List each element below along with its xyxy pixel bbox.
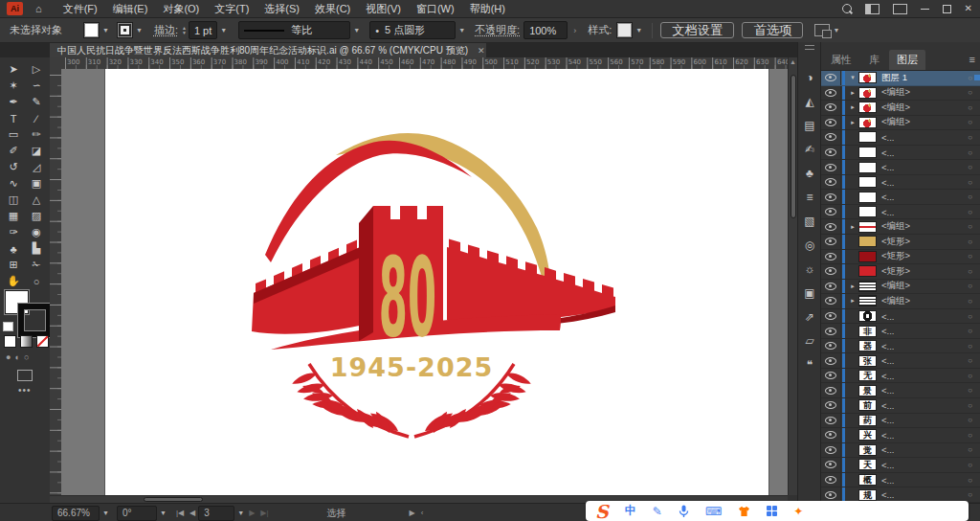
edit-toolbar-icon[interactable]: ••• xyxy=(18,385,32,396)
menu-item[interactable]: 效果(C) xyxy=(307,2,358,16)
hand-tool[interactable]: ✋ xyxy=(2,273,25,289)
layer-thumbnail[interactable]: 张 xyxy=(858,355,877,367)
layer-label[interactable]: <... xyxy=(881,460,894,470)
previous-artboard-icon[interactable]: ◀ xyxy=(189,509,195,517)
stroke-weight-caret[interactable]: ▼ xyxy=(220,27,227,34)
target-circle-icon[interactable]: ○ xyxy=(968,342,972,351)
expand-closed-icon[interactable]: ▸ xyxy=(847,223,858,231)
layer-thumbnail[interactable] xyxy=(858,295,877,306)
visibility-toggle-icon[interactable] xyxy=(825,461,836,468)
layer-row[interactable]: <矩形>○ xyxy=(821,264,980,280)
target-circle-icon[interactable]: ○ xyxy=(968,148,972,157)
ime-language-toggle[interactable]: 中 xyxy=(625,503,636,519)
transparency-icon[interactable]: ◎ xyxy=(798,235,821,256)
vertical-scroll-thumb[interactable] xyxy=(791,75,796,218)
visibility-toggle-icon[interactable] xyxy=(825,283,836,290)
stroke-stepper[interactable]: ▲▼ xyxy=(182,26,187,34)
layer-row[interactable]: ▸<编组>○ xyxy=(821,116,980,131)
layer-thumbnail[interactable] xyxy=(858,162,877,173)
layer-thumbnail[interactable] xyxy=(858,176,877,188)
menu-item[interactable]: 视图(V) xyxy=(358,2,409,16)
layer-row[interactable]: 非<...○ xyxy=(821,324,980,339)
menu-item[interactable]: 窗口(W) xyxy=(409,2,462,16)
rotation-caret[interactable]: ▼ xyxy=(160,510,167,516)
layer-label[interactable]: <... xyxy=(881,444,894,455)
menu-item[interactable]: 帮助(H) xyxy=(462,2,513,16)
tab-layers[interactable]: 图层 xyxy=(889,50,925,70)
swatches-icon[interactable]: ▤ xyxy=(798,115,821,136)
target-circle-icon[interactable]: ○ xyxy=(968,282,972,290)
layer-thumbnail[interactable] xyxy=(858,221,877,233)
layer-label[interactable]: <... xyxy=(881,385,894,396)
rectangle-tool[interactable]: ▭ xyxy=(2,126,25,143)
shaper-tool[interactable]: ✐ xyxy=(2,143,25,159)
artboard-caret[interactable]: ▼ xyxy=(237,510,244,516)
tab-properties[interactable]: 属性 xyxy=(823,50,859,70)
ime-handwriting-icon[interactable]: ✎ xyxy=(653,505,662,518)
status-menu-icon[interactable]: ▶ xyxy=(410,509,415,517)
illustrator-app-icon[interactable]: Ai xyxy=(7,2,23,15)
target-circle-icon[interactable]: ○ xyxy=(968,193,972,201)
search-icon[interactable] xyxy=(842,4,852,13)
layer-thumbnail[interactable]: 器 xyxy=(858,340,877,351)
target-circle-icon[interactable]: ○ xyxy=(968,431,972,440)
graphic-styles-icon[interactable]: ▣ xyxy=(798,283,821,304)
layer-thumbnail[interactable] xyxy=(858,102,877,113)
fill-dropdown-caret[interactable]: ▼ xyxy=(102,27,109,34)
layer-row[interactable]: ▸<编组>○ xyxy=(821,294,980,309)
visibility-toggle-icon[interactable] xyxy=(825,253,836,260)
target-circle-icon[interactable]: ○ xyxy=(968,416,972,424)
ime-keyboard-icon[interactable]: ⌨ xyxy=(705,505,722,518)
visibility-toggle-icon[interactable] xyxy=(825,148,836,156)
target-circle-icon[interactable]: ○ xyxy=(968,490,972,499)
symbols-icon[interactable]: ♣ xyxy=(798,163,821,184)
expand-open-icon[interactable]: ▾ xyxy=(847,74,858,81)
preferences-button[interactable]: 首选项 xyxy=(742,22,803,38)
canvas-viewport[interactable]: 80 1945-2025 xyxy=(61,69,788,495)
layer-thumbnail[interactable]: 景 xyxy=(858,385,877,396)
eraser-tool[interactable]: ◪ xyxy=(25,143,48,159)
layer-thumbnail[interactable] xyxy=(858,131,877,143)
layer-thumbnail[interactable] xyxy=(858,192,877,203)
paintbrush-tool[interactable]: ✏ xyxy=(25,126,48,143)
target-circle-icon[interactable]: ○ xyxy=(968,386,972,395)
target-circle-icon[interactable]: ○ xyxy=(968,103,972,112)
layer-thumbnail[interactable] xyxy=(858,251,877,262)
scroll-up-icon[interactable]: ▲ xyxy=(790,58,796,65)
layer-row[interactable]: 天<...○ xyxy=(821,458,980,473)
arrange-documents-icon[interactable] xyxy=(865,4,880,14)
style-swatch[interactable] xyxy=(616,22,633,38)
document-tab[interactable]: 中国人民抗日战争暨世界反法西斯战争胜利80周年纪念活动标识.ai @ 66.67… xyxy=(50,43,486,57)
fill-color-swatch[interactable] xyxy=(83,22,100,38)
direct-selection-tool[interactable]: ▷ xyxy=(25,61,48,78)
target-circle-icon[interactable]: ○ xyxy=(968,476,972,485)
visibility-toggle-icon[interactable] xyxy=(825,103,836,111)
visibility-toggle-icon[interactable] xyxy=(825,476,836,484)
artboard-number-field[interactable]: 3 xyxy=(198,506,234,521)
target-circle-icon[interactable]: ○ xyxy=(968,372,972,380)
none-mode-button[interactable] xyxy=(36,335,49,348)
layer-label[interactable]: <编组> xyxy=(881,220,910,233)
layer-row[interactable]: <...○ xyxy=(821,146,980,161)
layer-label[interactable]: <... xyxy=(881,207,894,217)
ime-smart-icon[interactable]: ✦ xyxy=(793,505,803,518)
layer-thumbnail[interactable] xyxy=(858,117,877,128)
visibility-toggle-icon[interactable] xyxy=(825,223,836,231)
visibility-toggle-icon[interactable] xyxy=(825,446,836,454)
visibility-toggle-icon[interactable] xyxy=(825,178,836,186)
layer-row[interactable]: <矩形>○ xyxy=(821,235,980,250)
artboard[interactable]: 80 1945-2025 xyxy=(105,69,768,495)
layer-thumbnail[interactable]: 前 xyxy=(858,399,877,411)
layer-thumbnail[interactable] xyxy=(858,147,877,158)
target-circle-icon[interactable]: ○ xyxy=(968,74,972,82)
layer-thumbnail[interactable]: 兴 xyxy=(858,429,877,441)
layer-label[interactable]: <编组> xyxy=(881,102,910,114)
blend-tool[interactable]: ◉ xyxy=(25,224,48,240)
layer-label[interactable]: <... xyxy=(881,489,894,500)
mesh-tool[interactable]: ▦ xyxy=(2,208,25,224)
layer-row[interactable]: 概<...○ xyxy=(821,473,980,488)
layer-row[interactable]: ▸<编组>○ xyxy=(821,219,980,235)
color-guide-icon[interactable]: ◭ xyxy=(798,91,821,112)
lasso-tool[interactable]: ∽ xyxy=(25,78,48,94)
visibility-toggle-icon[interactable] xyxy=(825,193,836,201)
